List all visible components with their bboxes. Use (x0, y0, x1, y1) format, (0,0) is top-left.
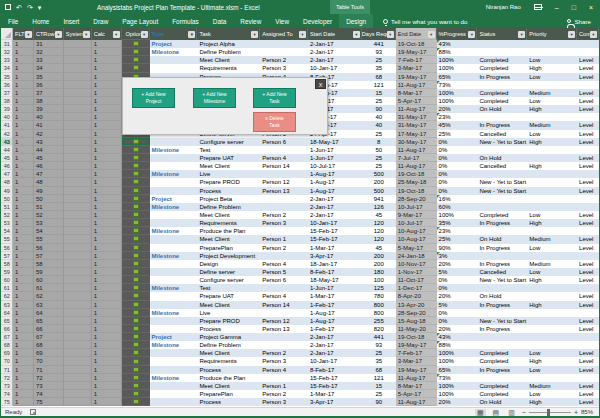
cell-start-date[interactable]: 1-Aug-17 (308, 178, 362, 186)
cell-task[interactable]: Configure server (197, 276, 260, 284)
cell-task[interactable]: Meet Client (197, 162, 260, 170)
cell-options[interactable] (122, 227, 150, 235)
row-number[interactable]: 56 (1, 244, 13, 252)
cell-options[interactable] (122, 284, 150, 292)
cell-system[interactable] (64, 121, 92, 129)
cell-system[interactable] (64, 154, 92, 162)
cell-ctrow[interactable]: 45 (34, 154, 64, 162)
cell-comp[interactable]: Level (577, 349, 599, 357)
cell-progress[interactable]: 25% (437, 235, 478, 243)
cell-assigned-to[interactable]: Person 14 (260, 162, 308, 170)
cell-calc[interactable]: 1 (92, 235, 122, 243)
cell-options[interactable] (122, 162, 150, 170)
cell-status[interactable] (477, 48, 527, 56)
options-icon[interactable] (133, 179, 139, 184)
cell-end-date[interactable]: 8-Mar-17 (396, 89, 437, 97)
cell-end-date[interactable]: 15-Aug-18 (396, 317, 437, 325)
cell-fltr[interactable]: 1 (13, 113, 34, 121)
cell-fltr[interactable]: 1 (13, 73, 34, 81)
cell-calc[interactable]: 1 (92, 374, 122, 382)
options-icon[interactable] (133, 41, 139, 46)
cell-ctrow[interactable]: 59 (34, 268, 64, 276)
cell-days-required[interactable]: 100 (362, 276, 396, 284)
row-number[interactable]: 47 (1, 170, 13, 178)
filter-dropdown-icon[interactable]: ▾ (387, 31, 394, 38)
cell-assigned-to[interactable]: Person 1 (260, 382, 308, 390)
cell-fltr[interactable]: 1 (13, 276, 34, 284)
cell-calc[interactable]: 1 (92, 178, 122, 186)
options-icon[interactable] (133, 334, 139, 339)
cell-options[interactable] (122, 268, 150, 276)
cell-end-date[interactable]: 17-May-17 (396, 130, 437, 138)
cell-task[interactable]: Process (197, 187, 260, 195)
options-icon[interactable] (133, 212, 139, 217)
cell-type[interactable]: Milestone (150, 341, 198, 349)
options-icon[interactable] (133, 49, 139, 54)
cell-fltr[interactable]: 1 (13, 341, 34, 349)
user-name[interactable]: Niranjan Rao (486, 4, 521, 10)
cell-days-required[interactable]: 820 (362, 325, 396, 333)
cell-days-required[interactable]: 500 (362, 187, 396, 195)
cell-fltr[interactable]: 1 (13, 284, 34, 292)
cell-end-date[interactable]: 8-Apr-20 (396, 292, 437, 300)
cell-assigned-to[interactable]: Person 2 (260, 390, 308, 398)
cell-calc[interactable]: 1 (92, 89, 122, 97)
column-header-priority[interactable]: Priority▾ (527, 28, 577, 40)
cell-options[interactable] (122, 398, 150, 406)
cell-type[interactable]: Milestone (150, 146, 198, 154)
cell-start-date[interactable]: 1-Mar-17 (308, 244, 362, 252)
cell-progress[interactable]: 100% (437, 89, 478, 97)
cell-start-date[interactable]: 2-Jan-17 (308, 211, 362, 219)
cell-days-required[interactable]: 120 (362, 235, 396, 243)
cell-options[interactable] (122, 292, 150, 300)
cell-assigned-to[interactable] (260, 48, 308, 56)
cell-task[interactable]: PreparePlan (197, 244, 260, 252)
cell-status[interactable]: In Progress (477, 260, 527, 268)
column-header-calc[interactable]: Calc▾ (92, 28, 122, 40)
cell-end-date[interactable]: 19-May-17 (396, 73, 437, 81)
cell-start-date[interactable]: 2-Jan-17 (308, 349, 362, 357)
cell-start-date[interactable]: 10-Jul-17 (308, 162, 362, 170)
cell-status[interactable]: New - Yet to Start (477, 317, 527, 325)
cell-priority[interactable] (527, 317, 577, 325)
cell-fltr[interactable]: 1 (13, 301, 34, 309)
cell-system[interactable] (64, 325, 92, 333)
cell-ctrow[interactable]: 50 (34, 195, 64, 203)
cell-end-date[interactable]: 19-May-17 (396, 341, 437, 349)
filter-dropdown-icon[interactable]: ▾ (590, 31, 597, 38)
cell-days-required[interactable]: 200 (362, 252, 396, 260)
cell-ctrow[interactable]: 36 (34, 81, 64, 89)
zoom-slider-thumb[interactable] (547, 409, 550, 416)
cell-start-date[interactable]: 10-Jan-17 (308, 64, 362, 72)
cell-options[interactable] (122, 48, 150, 56)
cell-comp[interactable]: Level (577, 138, 599, 146)
cell-days-required[interactable]: 45 (362, 211, 396, 219)
cell-end-date[interactable]: 10-Jul-17 (396, 219, 437, 227)
cell-status[interactable]: In Progress (477, 301, 527, 309)
cell-end-date[interactable]: 11-Aug-17 (396, 162, 437, 170)
cell-ctrow[interactable]: 34 (34, 64, 64, 72)
cell-priority[interactable] (527, 48, 577, 56)
cell-system[interactable] (64, 211, 92, 219)
cell-fltr[interactable]: 1 (13, 195, 34, 203)
ribbon-display-options-icon[interactable] (534, 4, 542, 10)
cell-ctrow[interactable]: 32 (34, 48, 64, 56)
cell-task[interactable]: Meet Client (197, 235, 260, 243)
column-header-options[interactable]: Options▾ (122, 28, 150, 40)
cell-ctrow[interactable]: 38 (34, 97, 64, 105)
cell-assigned-to[interactable]: Person 2 (260, 244, 308, 252)
cell-status[interactable] (477, 374, 527, 382)
cell-system[interactable] (64, 366, 92, 374)
cell-comp[interactable] (577, 203, 599, 211)
row-number[interactable]: 45 (1, 154, 13, 162)
cell-comp[interactable]: Level (577, 211, 599, 219)
cell-system[interactable] (64, 235, 92, 243)
cell-comp[interactable]: Level (577, 73, 599, 81)
cell-status[interactable] (477, 252, 527, 260)
cell-task[interactable]: Configure server (197, 138, 260, 146)
cell-system[interactable] (64, 81, 92, 89)
cell-progress[interactable]: 35% (437, 219, 478, 227)
cell-priority[interactable] (527, 252, 577, 260)
cell-comp[interactable]: Level (577, 105, 599, 113)
cell-priority[interactable]: High (527, 105, 577, 113)
